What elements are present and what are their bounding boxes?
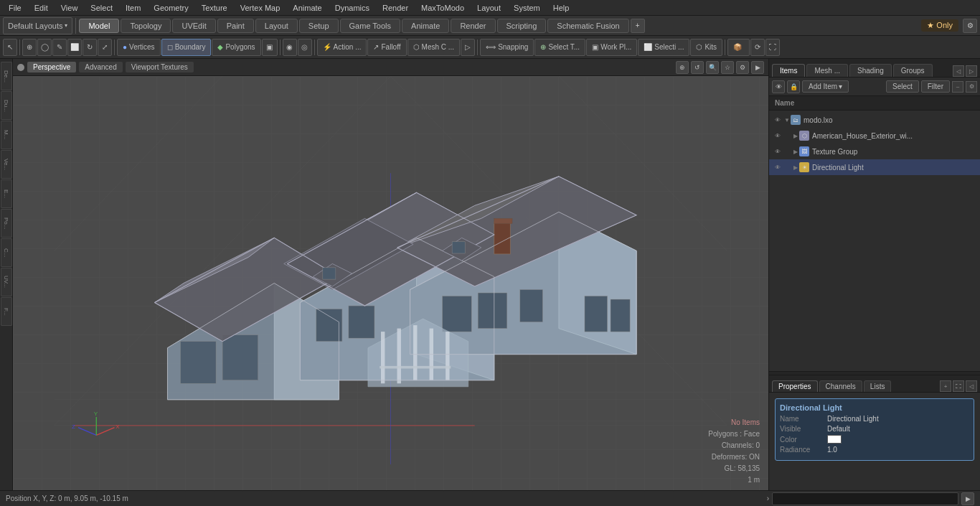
- tab-setup[interactable]: Setup: [299, 19, 339, 33]
- items-minus-button[interactable]: –: [952, 81, 963, 93]
- items-eye-button[interactable]: 👁: [772, 80, 785, 93]
- menu-item[interactable]: Item: [120, 2, 146, 14]
- tab-topology[interactable]: Topology: [121, 19, 171, 33]
- tab-scripting[interactable]: Scripting: [497, 19, 547, 33]
- tool-box[interactable]: ⬜: [67, 39, 82, 56]
- tree-item-modo[interactable]: 👁 ▼ 🗂 modo.lxo: [769, 112, 980, 128]
- rpanel-tab-mesh[interactable]: Mesh ...: [806, 64, 848, 77]
- tab-render[interactable]: Render: [451, 19, 495, 33]
- tool-circle[interactable]: ◯: [37, 39, 52, 56]
- rpanel-collapse-button[interactable]: ◁: [953, 65, 964, 77]
- prop-collapse-button[interactable]: ◁: [966, 380, 977, 392]
- prop-expand-button[interactable]: ⛶: [953, 380, 964, 392]
- sidebar-item-ve[interactable]: Ve...: [1, 150, 12, 179]
- tool-fullscreen[interactable]: ⛶: [765, 39, 780, 56]
- tool-selecti[interactable]: ⬡ Kits: [690, 39, 722, 56]
- prop-tab-lists[interactable]: Lists: [864, 380, 892, 392]
- tab-layout[interactable]: Layout: [255, 19, 298, 33]
- vp-star-button[interactable]: ☆: [721, 61, 734, 74]
- viewport-dot[interactable]: [17, 64, 24, 71]
- viewport-tab-textures[interactable]: Viewport Textures: [126, 62, 194, 72]
- items-lock-button[interactable]: 🔒: [787, 80, 800, 93]
- tool-vertices[interactable]: ● Vertices: [117, 39, 161, 56]
- layout-dropdown[interactable]: Default Layouts ▾: [3, 17, 72, 34]
- vp-play-button[interactable]: ▶: [751, 61, 764, 74]
- menu-maxtomodo[interactable]: MaxToModo: [415, 2, 470, 14]
- tool-pen[interactable]: ✎: [52, 39, 67, 56]
- expand-icon[interactable]: ▼: [783, 116, 791, 123]
- rpanel-tab-groups[interactable]: Groups: [893, 64, 933, 77]
- menu-edit[interactable]: Edit: [29, 2, 54, 14]
- tool-polygons[interactable]: ◆ Polygons: [212, 39, 260, 56]
- select-button[interactable]: Select: [886, 80, 919, 93]
- expand-icon[interactable]: ▶: [792, 148, 799, 155]
- rpanel-expand-button[interactable]: ▷: [966, 65, 977, 77]
- expand-icon[interactable]: ▶: [792, 132, 799, 139]
- vp-zoom-button[interactable]: 🔍: [706, 61, 719, 74]
- viewport-tab-advanced[interactable]: Advanced: [79, 62, 122, 72]
- tool-world[interactable]: ⊕: [22, 39, 37, 56]
- prop-plus-button[interactable]: +: [940, 380, 951, 392]
- tab-paint[interactable]: Paint: [217, 19, 254, 33]
- items-tree[interactable]: 👁 ▼ 🗂 modo.lxo 👁 ▶ ⬡ American_House_Exte…: [769, 111, 980, 371]
- eye-icon[interactable]: 👁: [772, 114, 783, 126]
- sidebar-item-f[interactable]: F...: [1, 297, 12, 326]
- tool-play[interactable]: ▷: [461, 39, 475, 56]
- prop-tab-properties[interactable]: Properties: [772, 380, 818, 392]
- vp-maximize-button[interactable]: ⊕: [676, 61, 689, 74]
- tree-item-texture[interactable]: 👁 ▶ 🖼 Texture Group: [769, 144, 980, 159]
- sidebar-item-po[interactable]: Po...: [1, 209, 12, 238]
- tab-schematicfusion[interactable]: Schematic Fusion: [547, 19, 628, 33]
- menu-layout[interactable]: Layout: [471, 2, 507, 14]
- tab-uvedit[interactable]: UVEdit: [172, 19, 215, 33]
- tool-snapping[interactable]: ⊕ Select T...: [534, 39, 585, 56]
- menu-system[interactable]: System: [508, 2, 546, 14]
- sidebar-item-e[interactable]: E...: [1, 179, 12, 208]
- tree-item-house[interactable]: 👁 ▶ ⬡ American_House_Exterior_wi...: [769, 128, 980, 144]
- command-input[interactable]: [772, 492, 958, 505]
- tool-select-t[interactable]: ▣ Work Pl...: [586, 39, 637, 56]
- expand-icon[interactable]: ▶: [792, 164, 799, 171]
- tool-select-arrow[interactable]: ↖: [3, 39, 17, 56]
- tool-rotate[interactable]: ↻: [83, 39, 97, 56]
- tool-symmetry[interactable]: ⟺ Snapping: [480, 39, 534, 56]
- tool-scale[interactable]: ⤢: [98, 39, 112, 56]
- dl-color-swatch[interactable]: [827, 435, 842, 444]
- tool-action[interactable]: ⚡ Action ...: [317, 39, 367, 56]
- sidebar-item-c[interactable]: C...: [1, 238, 12, 267]
- tree-item-light[interactable]: 👁 ▶ ☀ Directional Light: [769, 159, 980, 175]
- tab-gametools[interactable]: Game Tools: [340, 19, 401, 33]
- menu-geometry[interactable]: Geometry: [148, 2, 194, 14]
- tool-meshc[interactable]: ⬡ Mesh C ...: [407, 39, 461, 56]
- eye-icon[interactable]: 👁: [772, 130, 783, 141]
- tool-workplane[interactable]: ⬜ Selecti ...: [638, 39, 689, 56]
- eye-icon[interactable]: 👁: [772, 161, 783, 173]
- menu-render[interactable]: Render: [377, 2, 414, 14]
- add-item-button[interactable]: Add Item ▾: [802, 80, 849, 93]
- tool-falloff[interactable]: ↗ Falloff: [367, 39, 406, 56]
- sidebar-item-uv[interactable]: UV...: [1, 268, 12, 296]
- tool-loop[interactable]: ◉: [283, 39, 297, 56]
- menu-vertexmap[interactable]: Vertex Map: [235, 2, 286, 14]
- menu-file[interactable]: File: [3, 2, 27, 14]
- items-settings-button[interactable]: ⚙: [966, 81, 977, 93]
- tool-kits[interactable]: 📦: [727, 39, 750, 56]
- menu-dynamics[interactable]: Dynamics: [329, 2, 375, 14]
- viewport-3d[interactable]: X Z Y No Items Polygons : Face Channels:…: [13, 76, 768, 490]
- sidebar-item-de[interactable]: De...: [1, 62, 12, 90]
- tool-items[interactable]: ▣: [262, 39, 278, 56]
- rpanel-tab-shading[interactable]: Shading: [849, 64, 892, 77]
- command-run-button[interactable]: ▶: [961, 492, 974, 505]
- menu-view[interactable]: View: [55, 2, 84, 14]
- sidebar-item-m[interactable]: M...: [1, 121, 12, 149]
- toolbar-settings-button[interactable]: ⚙: [963, 19, 977, 33]
- tab-model[interactable]: Model: [79, 19, 119, 33]
- rpanel-tab-items[interactable]: Items: [772, 64, 805, 77]
- tool-refresh[interactable]: ⟳: [750, 39, 765, 56]
- star-only-button[interactable]: ★ Only: [921, 19, 958, 32]
- vp-settings-button[interactable]: ⚙: [736, 61, 749, 74]
- menu-texture[interactable]: Texture: [196, 2, 233, 14]
- menu-select[interactable]: Select: [85, 2, 118, 14]
- eye-icon[interactable]: 👁: [772, 146, 783, 157]
- tool-center[interactable]: ◎: [298, 39, 312, 56]
